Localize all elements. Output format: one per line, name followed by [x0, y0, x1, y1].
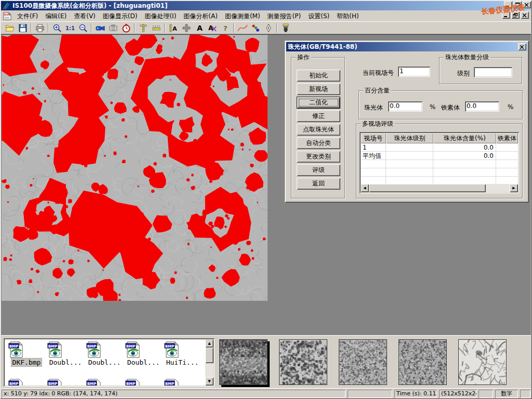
file-name: Doubl... — [48, 358, 83, 366]
toolbar-separator — [91, 23, 92, 33]
thumbnail-4[interactable] — [398, 339, 447, 385]
thumbnail-5[interactable] — [458, 339, 507, 385]
menu-image-measure[interactable]: 图像测量(M) — [221, 11, 264, 22]
timer-icon[interactable] — [119, 22, 132, 34]
text-icon[interactable]: A — [193, 22, 206, 34]
print-icon[interactable] — [33, 22, 46, 34]
pearlite-input[interactable]: 0.0 — [388, 101, 422, 112]
text-style-icon[interactable]: A — [206, 22, 219, 34]
menu-image-analysis[interactable]: 图像分析(A) — [180, 11, 221, 22]
file-item[interactable]: BMP DKF.bmp — [8, 341, 45, 366]
metallographic-image[interactable] — [2, 35, 268, 301]
file-item[interactable]: BMP HuiTi... — [164, 341, 201, 366]
file-item[interactable]: BMP — [86, 379, 123, 385]
grade-input[interactable] — [474, 67, 512, 77]
menu-edit[interactable]: 编辑(E) — [42, 11, 70, 22]
file-item[interactable]: BMP — [125, 379, 162, 385]
menu-image-processing[interactable]: 图像处理(I) — [141, 11, 180, 22]
video-camera-icon[interactable] — [94, 22, 107, 34]
thumbnail-1[interactable] — [219, 339, 268, 385]
maximize-button[interactable] — [513, 1, 522, 8]
ferrite-input[interactable]: 0.0 — [465, 101, 499, 112]
file-item[interactable]: BMP — [47, 379, 84, 385]
binarize-button[interactable]: 二值化 — [297, 97, 340, 109]
brush-tool-icon[interactable] — [279, 22, 292, 34]
svg-text:BMP: BMP — [165, 382, 174, 386]
open-icon[interactable] — [3, 22, 16, 34]
bmp-file-icon: BMP — [125, 341, 141, 358]
child-close-button[interactable] — [521, 11, 529, 19]
table-row-empty — [361, 168, 518, 177]
dialog-title-bar[interactable]: 珠光体(GB/T9441-88) — [286, 42, 527, 51]
table-row-empty — [361, 160, 518, 168]
col-header-ferrite[interactable]: 铁素体 — [496, 133, 518, 143]
bmp-file-icon: BMP — [47, 379, 63, 385]
svg-text:?: ? — [223, 24, 228, 32]
grid-cross-icon[interactable] — [180, 22, 193, 34]
save-icon[interactable] — [16, 22, 29, 34]
caliper-icon[interactable] — [137, 22, 150, 34]
color-points-icon[interactable] — [249, 22, 262, 34]
scrollbar-thumb[interactable] — [205, 348, 214, 363]
menu-file[interactable]: 文件(F) — [14, 11, 42, 22]
bottom-panel: BMP DKF.bmp BMP — [1, 335, 531, 388]
actual-size-icon[interactable]: 1:1 — [63, 22, 76, 34]
camera-icon[interactable] — [107, 22, 119, 34]
zoom-out-icon[interactable] — [76, 22, 89, 34]
scroll-right-icon[interactable]: ▶ — [510, 184, 518, 192]
table-row[interactable]: 平均值 0.0 — [361, 152, 518, 160]
close-button[interactable] — [523, 1, 531, 8]
application-window: IS100显微摄像系统(金相分析版) - [zhuguangti01] 长春仪器… — [0, 0, 532, 399]
bmp-file-icon: BMP — [86, 341, 102, 358]
col-header-grade[interactable]: 珠光体级别 — [386, 133, 433, 143]
col-header-pearlite[interactable]: 珠光体含量(%) — [433, 133, 496, 143]
file-item[interactable]: BMP Doubl... — [47, 341, 84, 366]
grade-group: 珠光体数量分级 级别 — [439, 57, 522, 84]
status-bar: x: 510 y: 79 idx: 0 RGB: (174, 174, 174)… — [1, 388, 531, 398]
return-button[interactable]: 返回 — [297, 178, 340, 190]
initialize-button[interactable]: 初始化 — [297, 70, 340, 82]
file-item[interactable]: BMP — [8, 379, 45, 385]
rate-button[interactable]: 评级 — [297, 164, 340, 176]
thumbnail-3[interactable] — [339, 339, 387, 385]
file-name: DKF.bmp — [11, 358, 42, 366]
ruler-icon[interactable] — [150, 22, 163, 34]
child-minimize-button[interactable] — [502, 11, 510, 19]
thumbnail-2[interactable] — [279, 339, 327, 385]
scrollbar-thumb[interactable] — [369, 184, 486, 192]
pick-pearlite-button[interactable]: 点取珠光体 — [297, 124, 340, 136]
curve-tool-icon[interactable] — [236, 22, 249, 34]
scroll-up-icon[interactable]: ▲ — [205, 339, 214, 348]
cursor-position-status: x: 510 y: 79 idx: 0 RGB: (174, 174, 174) — [2, 390, 345, 398]
change-class-button[interactable]: 更改类别 — [297, 151, 340, 163]
measure-text-icon[interactable]: A — [167, 22, 180, 34]
file-item[interactable]: BMP Doubl... — [86, 341, 123, 366]
toolbar-separator — [134, 23, 135, 33]
menu-image-display[interactable]: 图像显示(D) — [99, 11, 141, 22]
menu-settings[interactable]: 设置(S) — [304, 11, 333, 22]
document-icon[interactable]: DOC — [3, 12, 11, 20]
menu-view[interactable]: 查看(V) — [70, 11, 99, 22]
svg-text:A: A — [172, 25, 177, 32]
help-icon[interactable]: ? — [219, 22, 232, 34]
current-field-input[interactable]: 1 — [398, 66, 430, 77]
scroll-down-icon[interactable]: ▼ — [205, 377, 214, 385]
table-row[interactable]: 1 0.0 — [361, 143, 518, 152]
new-field-button[interactable]: 新视场 — [297, 83, 340, 95]
file-item[interactable]: BMP — [164, 379, 201, 385]
svg-text:BMP: BMP — [126, 382, 135, 386]
dialog-close-button[interactable] — [518, 43, 526, 50]
svg-text:BMP: BMP — [87, 344, 96, 349]
child-restore-button[interactable] — [511, 11, 520, 19]
zoom-in-icon[interactable] — [50, 22, 63, 34]
correct-button[interactable]: 修正 — [297, 110, 340, 122]
scroll-left-icon[interactable]: ◀ — [361, 184, 369, 192]
auto-classify-button[interactable]: 自动分类 — [297, 137, 340, 149]
actual-size-label: 1:1 — [65, 25, 75, 31]
pen-tool-icon[interactable] — [262, 22, 275, 34]
col-header-field[interactable]: 视场号 — [361, 133, 386, 143]
menu-help[interactable]: 帮助(H) — [333, 11, 362, 22]
file-item[interactable]: BMP Doubl... — [125, 341, 162, 366]
minimize-button[interactable] — [504, 1, 512, 8]
menu-measure-report[interactable]: 测量报告(P) — [264, 11, 305, 22]
